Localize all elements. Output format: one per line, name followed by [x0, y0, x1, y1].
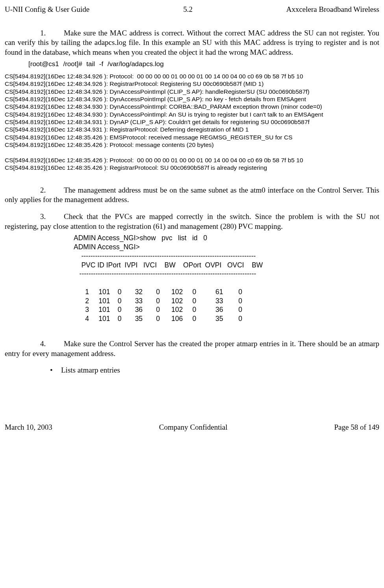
- step-4-number: 4.: [40, 339, 64, 349]
- step-4: 4.Make sure the Control Server has the c…: [5, 339, 379, 358]
- header-center: 5.2: [183, 5, 193, 15]
- footer-right: Page 58 of 149: [334, 423, 379, 432]
- step-3-number: 3.: [40, 212, 64, 222]
- step-2-number: 2.: [40, 185, 64, 195]
- bullet-lists-atmarp: •Lists atmarp entries: [50, 365, 379, 375]
- step-1-number: 1.: [40, 28, 64, 38]
- step-2: 2.The management address must be on the …: [5, 185, 379, 205]
- step-3: 3.Check that the PVCs are mapped correct…: [5, 212, 379, 231]
- page-header: U-NII Config & User Guide 5.2 Axxcelera …: [5, 5, 379, 15]
- page-footer: March 10, 2003 Company Confidential Page…: [5, 423, 379, 432]
- bullet-icon: •: [50, 365, 61, 375]
- pvc-table-output: ADMIN Access_NGI>show pvc list id 0 ADMI…: [74, 234, 379, 323]
- header-right: Axxcelera Broadband Wireless: [286, 5, 379, 15]
- tail-command: [root@cs1 /root]# tail -f /var/log/adapc…: [28, 60, 379, 69]
- header-left: U-NII Config & User Guide: [5, 5, 89, 15]
- footer-center: Company Confidential: [159, 423, 228, 432]
- footer-left: March 10, 2003: [5, 423, 52, 432]
- step-1: 1.Make sure the MAC address is correct. …: [5, 28, 379, 58]
- bullet-text: Lists atmarp entries: [61, 366, 120, 374]
- adapcs-log-output: CS[5494.8192](16Dec 12:48:34.926 ): Prot…: [5, 72, 379, 172]
